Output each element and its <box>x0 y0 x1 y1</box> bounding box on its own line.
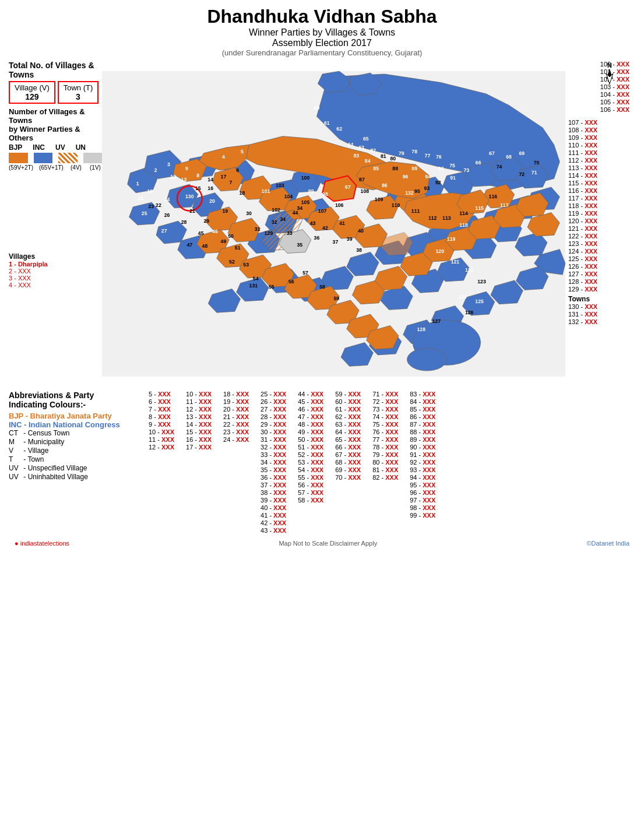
left-panel: Total No. of Villages & Towns Village (V… <box>9 61 102 387</box>
svg-text:54: 54 <box>253 276 259 282</box>
svg-text:109: 109 <box>375 196 383 202</box>
right-item-121: 121 - XXX <box>568 225 635 232</box>
subtitle1: Winner Parties by Villages & Towns <box>9 27 635 38</box>
right-item-109: 109 - XXX <box>568 134 635 141</box>
svg-text:35: 35 <box>297 242 302 248</box>
village-item-4: 4 - XXX <box>9 282 102 289</box>
svg-text:60: 60 <box>314 105 320 111</box>
right-item-123: 123 - XXX <box>568 240 635 247</box>
svg-text:75: 75 <box>449 163 455 168</box>
svg-text:52: 52 <box>229 259 235 265</box>
town-count: 3 <box>64 92 93 101</box>
bottom-section: Abbreviations & Party Indicating Colours… <box>9 391 635 536</box>
village-label: Village (V) <box>15 83 50 92</box>
header: Dhandhuka Vidhan Sabha Winner Parties by… <box>9 6 635 57</box>
svg-text:70: 70 <box>534 160 540 166</box>
subtitle2: Assembly Election 2017 <box>9 38 635 48</box>
col-18-24: 18 - XXX 19 - XXX 20 - XXX 21 - XXX 22 -… <box>223 391 249 534</box>
legend-total-title: Total No. of Villages & Towns <box>9 61 102 79</box>
svg-text:67: 67 <box>489 150 495 156</box>
svg-text:33: 33 <box>287 230 293 236</box>
svg-text:40: 40 <box>358 228 364 234</box>
svg-text:74: 74 <box>497 164 502 170</box>
svg-text:79: 79 <box>399 150 404 156</box>
svg-text:34: 34 <box>297 205 302 211</box>
svg-text:10: 10 <box>147 188 153 194</box>
svg-text:61: 61 <box>324 120 330 126</box>
subtitle3: (under Surendranagar Parliamentary Const… <box>9 48 635 57</box>
svg-text:110: 110 <box>392 202 400 208</box>
svg-text:63: 63 <box>358 145 364 150</box>
svg-text:131: 131 <box>249 283 258 289</box>
svg-text:116: 116 <box>489 194 498 199</box>
right-item-126: 126 - XXX <box>568 263 635 270</box>
svg-text:56: 56 <box>288 279 294 284</box>
svg-text:89: 89 <box>411 166 417 171</box>
svg-text:132: 132 <box>405 190 414 196</box>
svg-text:16: 16 <box>207 185 213 191</box>
footer-note: Map Not to Scale Disclaimer Apply <box>279 540 377 547</box>
col-71-82: 71 - XXX 72 - XXX 73 - XXX 74 - XXX 75 -… <box>372 391 398 534</box>
svg-text:1: 1 <box>136 181 139 187</box>
col-83-99: 83 - XXX 84 - XXX 85 - XXX 86 - XXX 87 -… <box>410 391 435 534</box>
svg-text:41: 41 <box>339 220 345 226</box>
villages-list-title: Villages <box>9 252 102 261</box>
svg-text:8: 8 <box>196 173 199 179</box>
svg-text:68: 68 <box>506 154 512 160</box>
svg-text:106: 106 <box>335 202 344 208</box>
svg-text:62: 62 <box>336 126 342 132</box>
main-title: Dhandhuka Vidhan Sabha <box>9 6 635 27</box>
svg-text:46: 46 <box>212 229 218 234</box>
right-item-118: 118 - XXX <box>568 202 635 209</box>
svg-text:99: 99 <box>308 188 314 194</box>
svg-text:4: 4 <box>222 154 225 160</box>
abbrev-v: V - Village <box>9 447 143 455</box>
svg-text:28: 28 <box>181 219 187 225</box>
svg-text:53: 53 <box>243 262 249 268</box>
col-5-12: 5 - XXX 6 - XXX 7 - XXX 8 - XXX 9 - XXX … <box>149 391 174 534</box>
abbrev-ct: CT - Census Town <box>9 429 143 437</box>
svg-text:117: 117 <box>500 202 509 208</box>
right-item-115: 115 - XXX <box>568 180 635 187</box>
un-swatch <box>83 153 103 163</box>
svg-text:3: 3 <box>167 161 170 167</box>
svg-text:58: 58 <box>319 284 325 290</box>
svg-text:34: 34 <box>280 216 286 222</box>
party-color-swatches <box>9 153 102 163</box>
svg-text:57: 57 <box>302 270 308 276</box>
svg-text:77: 77 <box>425 153 431 159</box>
abbrev-title: Abbreviations & Party Indicating Colours… <box>9 391 143 409</box>
svg-text:80: 80 <box>390 156 396 161</box>
svg-text:27: 27 <box>161 228 167 234</box>
svg-text:13: 13 <box>181 177 187 182</box>
town-label: Town (T) <box>64 83 93 92</box>
svg-text:105: 105 <box>301 199 310 205</box>
svg-text:7: 7 <box>230 180 233 185</box>
svg-text:12: 12 <box>170 174 176 180</box>
svg-text:100: 100 <box>301 175 310 181</box>
svg-text:14: 14 <box>207 177 213 182</box>
right-item-129: 129 - XXX <box>568 286 635 293</box>
svg-text:120: 120 <box>435 248 444 254</box>
right-item-124: 124 - XXX <box>568 248 635 255</box>
right-item-119: 119 - XXX <box>568 210 635 217</box>
right-item-114: 114 - XXX <box>568 172 635 179</box>
svg-text:45: 45 <box>198 230 204 236</box>
party-legend-labels: BJPINCUVUN <box>9 143 102 152</box>
party-counts: (59V+2T) (65V+1T) (4V) (1V) <box>9 164 102 171</box>
svg-text:108: 108 <box>361 188 369 194</box>
svg-text:101: 101 <box>262 188 270 194</box>
svg-text:91: 91 <box>450 175 456 181</box>
footer-brand: ● indiastatelections <box>15 540 69 547</box>
col-25-43: 25 - XXX 26 - XXX 27 - XXX 28 - XXX 29 -… <box>261 391 286 534</box>
svg-text:2: 2 <box>154 167 157 173</box>
abbrev-uv2: UV - Uninhabited Village <box>9 473 143 481</box>
svg-text:118: 118 <box>459 222 468 228</box>
svg-text:37: 37 <box>333 239 339 245</box>
inc-swatch <box>34 153 53 163</box>
village-numbers-grid: 5 - XXX 6 - XXX 7 - XXX 8 - XXX 9 - XXX … <box>149 391 635 536</box>
map-area: 100 - XXX 101 - XXX 102 - XXX 103 - XXX … <box>102 61 565 387</box>
col-59-70: 59 - XXX 60 - XXX 61 - XXX 62 - XXX 63 -… <box>335 391 361 534</box>
svg-text:85: 85 <box>373 166 379 171</box>
village-town-boxes: Village (V) 129 Town (T) 3 <box>9 81 102 104</box>
